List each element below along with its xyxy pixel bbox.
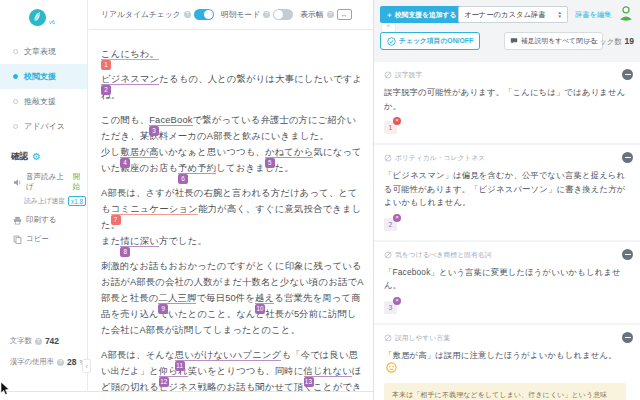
collapse-card-button[interactable] <box>622 249 633 260</box>
card-category-row: ポリティカル・コレクトネス <box>384 153 626 163</box>
check-count-value: 19 <box>625 36 634 46</box>
dismiss-x-icon[interactable]: × <box>393 297 401 305</box>
add-review-support-label: 校閲支援を追加する <box>395 10 457 20</box>
copy-button[interactable]: コピー <box>0 225 87 244</box>
dismiss-x-icon[interactable]: × <box>393 117 401 125</box>
card-issue-badge[interactable]: 1× <box>384 121 397 134</box>
display-width-group: 表示幅 ? ↔ <box>300 9 351 20</box>
edit-dictionary-link[interactable]: 辞書を編集 <box>575 10 612 20</box>
flagged-text[interactable]: こんにちわ。1 <box>101 49 159 60</box>
flagged-text[interactable]: FaceBook3 <box>149 115 192 126</box>
plain-text: しておきました。 <box>216 163 294 173</box>
card-issue-badge[interactable]: 2× <box>384 218 397 231</box>
printer-icon <box>13 216 22 225</box>
check-card: 気をつけるべき商標と固有名詞「Facebook」という言葉に変更したほうがいいか… <box>374 242 640 323</box>
dismiss-x-icon[interactable]: × <box>393 214 401 222</box>
flagged-text[interactable]: 二人三脚9 <box>158 293 196 304</box>
info-icon[interactable]: ? <box>184 11 191 18</box>
paragraph[interactable]: A部長は、そんな思いがけないハプニング11も「今では良い思い出だよ」と仰られ12… <box>101 347 364 391</box>
app-logo[interactable]: v6 <box>0 0 87 27</box>
char-count-value: 742 <box>45 336 59 346</box>
sidebar-collapse-button[interactable]: ‹ <box>82 359 91 373</box>
info-icon[interactable]: ? <box>35 338 42 345</box>
mincho-mode-label: 明朝モード <box>221 9 260 20</box>
paragraph[interactable]: この間も、FaceBook3で繋がっている弁護士の方にご紹介いただき、某飲料メー… <box>101 112 364 176</box>
flagged-text[interactable]: 信じれない13 <box>304 366 352 377</box>
info-icon[interactable]: ? <box>327 11 334 18</box>
sidebar-item-0[interactable]: 文章表現 <box>0 39 87 64</box>
dictionary-select[interactable]: オーナーのカスタム辞書 ▲▼ <box>458 6 568 23</box>
paragraph[interactable]: ビジネスマン2たるもの、人との繋がりは大事にしたいですよね。 <box>101 71 364 103</box>
issue-number-badge: 8 <box>120 247 130 257</box>
flagged-text[interactable]: 敷居が高4 <box>120 147 158 158</box>
card-category-row: 気をつけるべき商標と固有名詞 <box>384 250 626 260</box>
plain-text: 笑いをとりつつも、同時に <box>188 366 304 376</box>
sidebar-item-3[interactable]: アドバイス <box>0 114 87 139</box>
card-message: 誤字脱字の可能性があります。「こんにちは」ではありませんか。 <box>384 86 626 113</box>
app-version: v6 <box>49 19 55 27</box>
gear-icon[interactable]: ⚙ <box>32 152 41 162</box>
confirm-section-header: 確認 ⚙ <box>0 139 87 163</box>
paragraph[interactable]: こんにちわ。1 <box>101 46 364 62</box>
flagged-text[interactable]: 情に深い8 <box>120 236 158 247</box>
speech-speed-label: 読み上げ速度 <box>24 196 65 206</box>
flagged-text[interactable]: ビジネスマン2 <box>101 74 159 85</box>
flagged-text[interactable]: かねてから5 <box>265 147 314 158</box>
print-button[interactable]: 印刷する <box>0 206 87 225</box>
info-icon[interactable]: ? <box>57 359 64 366</box>
user-avatar[interactable] <box>617 4 635 22</box>
nav-bullet-icon <box>13 74 18 79</box>
collapse-card-button[interactable] <box>622 152 633 163</box>
plain-text: 少し <box>101 147 120 157</box>
issue-number-badge: 9 <box>158 304 168 314</box>
flagged-text[interactable]: 思いがけないハプニング11 <box>175 350 282 361</box>
feather-logo-icon <box>28 8 47 27</box>
check-count-label: チェック数 <box>584 37 621 47</box>
sidebar-item-label: アドバイス <box>24 121 65 132</box>
flagged-text[interactable]: コミニュケーション7 <box>111 204 198 215</box>
info-icon[interactable]: ? <box>263 11 270 18</box>
card-category-row: 誤用しやすい言葉 <box>384 333 626 343</box>
paragraph[interactable]: A部長は、さすが社長の右腕と言われる方だけあって、とてもコミニュケーション7能力… <box>101 185 364 249</box>
issue-number-badge: 6 <box>178 174 188 184</box>
collapse-card-button[interactable] <box>622 332 633 343</box>
card-category-label: 誤用しやすい言葉 <box>395 333 450 343</box>
sidebar: v6 文章表現校閲支援推敲支援アドバイス 確認 ⚙ 音声読み上げ 開始 読み上げ… <box>0 0 88 391</box>
plain-text: この間も、 <box>101 115 149 125</box>
document-stats: 文字数 ? 742 漢字の使用率 ? 28% <box>0 325 87 367</box>
text-to-speech-button[interactable]: 音声読み上げ 開始 <box>0 163 87 192</box>
check-items-onoff-button[interactable]: チェック項目のON/OFF <box>380 32 480 50</box>
sidebar-item-2[interactable]: 推敲支援 <box>0 89 87 114</box>
kanji-rate-row: 漢字の使用率 ? 28% <box>10 357 87 367</box>
mincho-mode-group: 明朝モード ? <box>221 9 293 20</box>
select-arrows-icon: ▲▼ <box>558 11 562 18</box>
plain-text: いかなぁと思いつつも、 <box>158 147 264 157</box>
toggle-knob <box>204 10 213 19</box>
circle-check-icon <box>387 37 396 46</box>
speech-start-link[interactable]: 開始 <box>73 172 87 192</box>
sidebar-item-1[interactable]: 校閲支援 <box>0 64 87 89</box>
check-cards-list: 誤字脱字誤字脱字の可能性があります。「こんにちは」ではありませんか。1×ポリティ… <box>374 62 640 400</box>
dictionary-select-value: オーナーのカスタム辞書 <box>464 10 545 20</box>
toggle-knob <box>274 10 283 19</box>
mincho-mode-toggle[interactable] <box>273 9 293 20</box>
nav-bullet-icon <box>13 49 18 54</box>
ignore-category-icon <box>384 251 392 259</box>
display-width-label: 表示幅 <box>300 9 323 20</box>
collapse-card-button[interactable] <box>622 69 633 80</box>
speech-speed-badge[interactable]: x1.8 <box>68 196 86 206</box>
plain-text: また <box>101 236 120 246</box>
issue-number-badge: 5 <box>265 158 275 168</box>
display-width-button[interactable]: ↔ <box>337 9 352 20</box>
paragraph[interactable]: 刺激的なお話もおおかったのですがとくに印象に残っているお話がA部長の会社の人数が… <box>101 258 364 338</box>
ignore-category-icon <box>384 154 392 162</box>
editor-text[interactable]: こんにちわ。1ビジネスマン2たるもの、人との繋がりは大事にしたいですよね。この間… <box>89 30 373 391</box>
realtime-check-toggle[interactable] <box>194 9 214 20</box>
card-issue-badge[interactable]: 3× <box>384 301 397 314</box>
ignore-category-icon <box>384 334 392 342</box>
add-review-support-button[interactable]: ＋ 校閲支援を追加する <box>380 6 462 23</box>
card-category-label: 誤字脱字 <box>395 70 422 80</box>
flagged-text[interactable]: 予め予約6 <box>178 163 216 174</box>
issue-number-badge: 3 <box>149 126 159 136</box>
flagged-text[interactable]: 越え10 <box>255 293 274 304</box>
